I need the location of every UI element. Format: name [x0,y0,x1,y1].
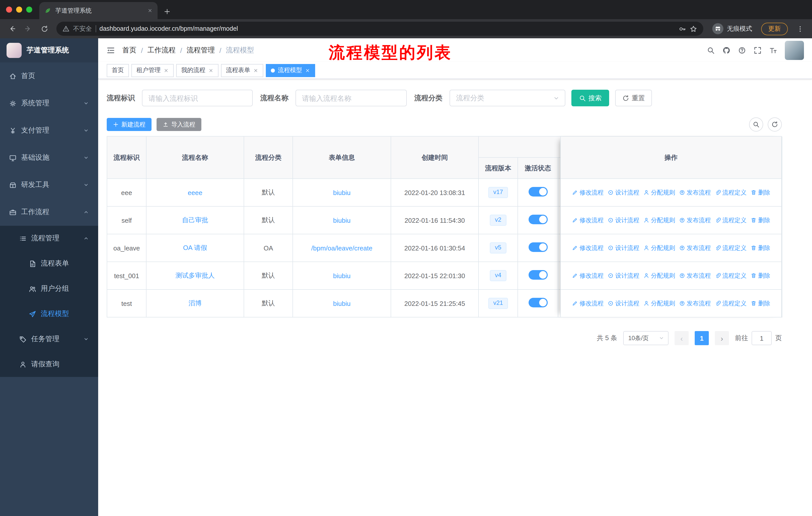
import-process-button[interactable]: 导入流程 [156,118,201,131]
search-button[interactable]: 搜索 [571,90,609,106]
op-delete-link[interactable]: 删除 [751,271,770,280]
active-toggle[interactable] [528,187,547,196]
op-definition-link[interactable]: 流程定义 [715,271,747,280]
tag-process-model[interactable]: 流程模型 [266,64,315,77]
op-edit-link[interactable]: 修改流程 [572,216,604,224]
sidebar-item-leave-query[interactable]: 请假查询 [0,352,98,377]
active-toggle[interactable] [528,215,547,224]
app-logo[interactable]: 芋道管理系统 [0,38,98,62]
prev-page-button[interactable]: ‹ [674,331,689,345]
breadcrumb-item[interactable]: 流程管理 [187,46,215,55]
process-name-link[interactable]: 测试多审批人 [175,272,215,279]
op-design-link[interactable]: 设计流程 [608,299,639,308]
op-design-link[interactable]: 设计流程 [608,216,639,224]
browser-menu-button[interactable] [793,22,807,36]
process-name-link[interactable]: 滔博 [188,299,202,307]
sidebar-item-process-model[interactable]: 流程模型 [0,301,98,327]
fullscreen-icon[interactable] [754,46,762,54]
form-info-link[interactable]: biubiu [333,189,350,196]
sidebar-item-task-management[interactable]: 任务管理 [0,327,98,352]
new-tab-button[interactable] [164,8,171,15]
active-toggle[interactable] [528,270,547,280]
op-assign-link[interactable]: 分配规则 [643,271,675,280]
op-assign-link[interactable]: 分配规则 [643,299,675,308]
reload-button[interactable] [37,22,51,36]
forward-button[interactable] [21,22,35,36]
security-label[interactable]: 不安全 [73,24,92,33]
op-publish-link[interactable]: 发布流程 [679,216,711,224]
sidebar-toggle-button[interactable] [106,46,115,55]
toggle-search-button[interactable] [749,117,763,132]
op-delete-link[interactable]: 删除 [751,244,770,252]
window-minimize-button[interactable] [16,6,22,12]
op-design-link[interactable]: 设计流程 [608,244,639,252]
form-info-link[interactable]: biubiu [333,300,350,307]
op-definition-link[interactable]: 流程定义 [715,188,747,197]
sidebar-item-user-group[interactable]: 用户分组 [0,276,98,301]
font-size-icon[interactable] [769,46,777,54]
github-icon[interactable] [722,46,730,54]
close-icon[interactable] [208,68,213,73]
user-avatar[interactable] [785,40,804,60]
op-edit-link[interactable]: 修改流程 [572,299,604,308]
op-delete-link[interactable]: 删除 [751,216,770,224]
form-info-link[interactable]: biubiu [333,272,350,279]
sidebar-item-workflow[interactable]: 工作流程 [0,198,98,226]
op-design-link[interactable]: 设计流程 [608,188,639,197]
back-button[interactable] [5,22,19,36]
sidebar-item-infrastructure[interactable]: 基础设施 [0,144,98,171]
bookmark-star-icon[interactable] [690,25,697,32]
close-icon[interactable] [305,68,310,73]
update-button[interactable]: 更新 [761,22,788,35]
op-edit-link[interactable]: 修改流程 [572,244,604,252]
process-name-link[interactable]: OA 请假 [183,244,207,251]
close-icon[interactable] [164,68,169,73]
op-publish-link[interactable]: 发布流程 [679,271,711,280]
op-edit-link[interactable]: 修改流程 [572,188,604,197]
op-publish-link[interactable]: 发布流程 [679,188,711,197]
page-number-current[interactable]: 1 [695,331,709,345]
url-text[interactable]: dashboard.yudao.iocoder.cn/bpm/manager/m… [99,25,238,32]
process-name-link[interactable]: eeee [188,189,202,196]
goto-page-input[interactable] [752,331,772,345]
page-size-select[interactable]: 10条/页 [623,331,669,345]
process-name-input[interactable] [295,90,407,106]
op-delete-link[interactable]: 删除 [751,188,770,197]
breadcrumb-item[interactable]: 首页 [122,46,137,55]
op-edit-link[interactable]: 修改流程 [572,271,604,280]
sidebar-item-process-form[interactable]: 流程表单 [0,251,98,276]
tab-close-icon[interactable] [147,8,152,13]
op-publish-link[interactable]: 发布流程 [679,299,711,308]
password-key-icon[interactable] [678,25,686,32]
form-info-link[interactable]: biubiu [333,216,350,224]
op-design-link[interactable]: 设计流程 [608,271,639,280]
op-definition-link[interactable]: 流程定义 [715,299,747,308]
create-process-button[interactable]: 新建流程 [107,118,151,131]
op-delete-link[interactable]: 删除 [751,299,770,308]
window-close-button[interactable] [6,6,12,12]
op-assign-link[interactable]: 分配规则 [643,216,675,224]
reset-button[interactable]: 重置 [615,90,652,106]
op-publish-link[interactable]: 发布流程 [679,244,711,252]
tag-my-process[interactable]: 我的流程 [176,64,219,77]
sidebar-item-devtools[interactable]: 研发工具 [0,171,98,198]
sidebar-item-system[interactable]: 系统管理 [0,90,98,117]
process-name-link[interactable]: 自己审批 [182,216,208,224]
form-info-link[interactable]: /bpm/oa/leave/create [311,244,373,252]
sidebar-item-process-management[interactable]: 流程管理 [0,226,98,251]
op-assign-link[interactable]: 分配规则 [643,188,675,197]
header-search-button[interactable] [707,46,715,54]
category-select[interactable]: 流程分类 [450,90,565,106]
tag-process-form[interactable]: 流程表单 [221,64,263,77]
address-bar[interactable]: 不安全 dashboard.yudao.iocoder.cn/bpm/manag… [56,22,703,36]
close-icon[interactable] [253,68,258,73]
tag-home[interactable]: 首页 [107,64,129,77]
process-id-input[interactable] [142,90,253,106]
breadcrumb-item[interactable]: 工作流程 [147,46,176,55]
window-zoom-button[interactable] [26,6,32,12]
active-toggle[interactable] [528,298,547,307]
browser-tab[interactable]: 芋道管理系统 [39,2,157,19]
op-definition-link[interactable]: 流程定义 [715,244,747,252]
refresh-table-button[interactable] [768,117,782,132]
help-question-icon[interactable] [738,46,746,54]
